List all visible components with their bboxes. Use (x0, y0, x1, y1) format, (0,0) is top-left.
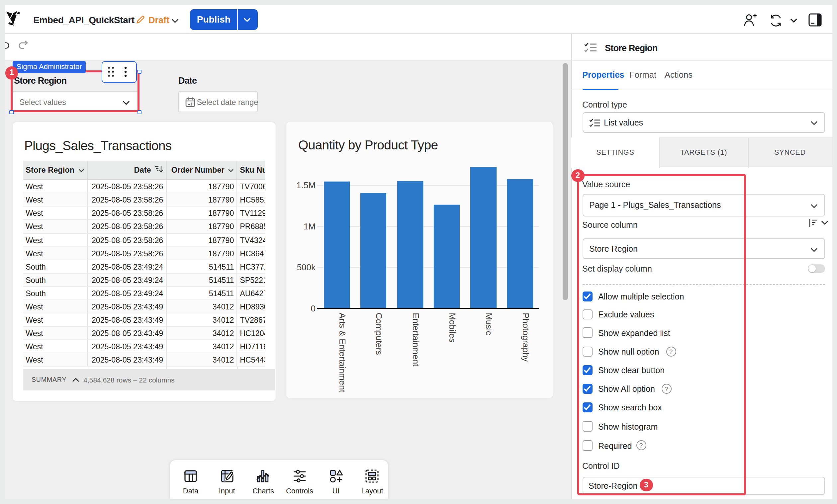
svg-text:Photography: Photography (521, 313, 531, 362)
svg-text:Entertainment: Entertainment (411, 313, 421, 367)
svg-text:Computers: Computers (374, 313, 384, 355)
svg-text:Music: Music (484, 313, 494, 336)
svg-text:0: 0 (311, 304, 316, 314)
svg-text:1.5M: 1.5M (296, 181, 316, 191)
svg-text:Arts & Entertainment: Arts & Entertainment (337, 313, 348, 393)
svg-text:500k: 500k (297, 263, 316, 273)
svg-text:1M: 1M (304, 222, 316, 232)
svg-text:Mobiles: Mobiles (447, 313, 457, 343)
